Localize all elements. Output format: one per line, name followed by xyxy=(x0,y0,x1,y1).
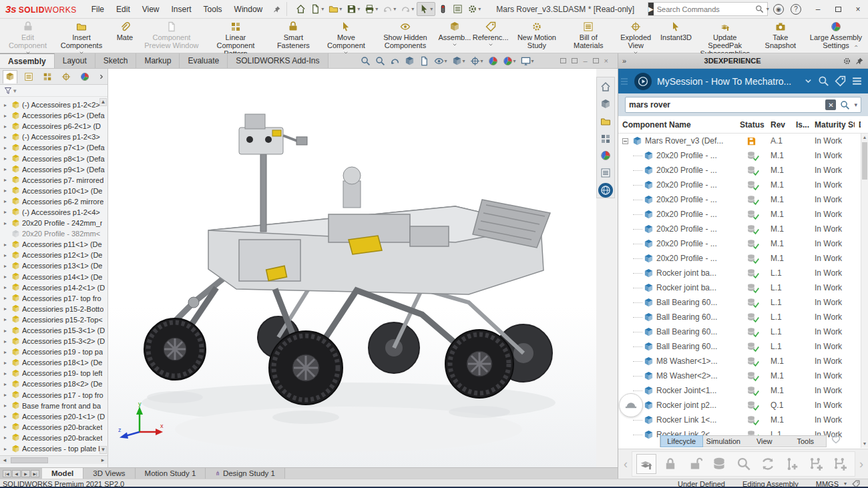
expand-arrow-icon[interactable]: ▸ xyxy=(4,446,11,452)
ribbon-button[interactable]: Move Component xyxy=(319,19,373,53)
command-tab[interactable]: Sketch xyxy=(95,53,137,68)
dropdown-arrow-icon[interactable]: ▾ xyxy=(478,6,481,12)
ribbon-button[interactable]: Edit Component xyxy=(3,19,53,53)
expand-arrow-icon[interactable]: ▸ xyxy=(4,242,11,248)
table-row[interactable]: 20x20 Profile - ... M.1 In Work xyxy=(618,222,861,236)
table-row[interactable]: M8 Washer<2>... M.1 In Work xyxy=(618,369,861,383)
tree-item[interactable]: ▸ (-) Accessoires p1-2<4> xyxy=(0,207,107,218)
scrollbar-thumb[interactable] xyxy=(11,457,48,463)
3dexperience-compass-icon[interactable] xyxy=(634,73,652,90)
units-dropdown-icon[interactable]: ▾ xyxy=(844,481,847,487)
table-row[interactable]: 20x20 Profile - ... M.1 In Work xyxy=(618,207,861,222)
scroll-left-icon[interactable]: ◂ xyxy=(0,457,9,463)
last-tab-icon[interactable]: ▶| xyxy=(31,470,39,477)
quick-access-button[interactable]: ▾ xyxy=(465,3,483,15)
tree-item[interactable]: ▸ Accessories p8<1> (Defa xyxy=(0,153,107,164)
menu-item[interactable]: Edit xyxy=(111,2,136,17)
tree-item[interactable]: ▸ Accessories p20-bracket xyxy=(0,433,107,443)
headsup-button[interactable] xyxy=(488,56,498,66)
table-row[interactable]: Ball Bearing 60... L.1 In Work xyxy=(618,324,861,339)
quick-access-button[interactable]: ▾ xyxy=(327,3,344,15)
expand-arrow-icon[interactable]: ▸ xyxy=(4,145,11,151)
expand-arrow-icon[interactable]: ▸ xyxy=(4,156,11,162)
first-tab-icon[interactable]: |◀ xyxy=(3,470,11,477)
ribbon-button[interactable]: Component Preview Window xyxy=(140,19,204,53)
ribbon-button[interactable]: Assemb... xyxy=(437,19,472,53)
document-tab[interactable]: ⋔ Design Study 1 xyxy=(206,468,285,479)
toolbar-button[interactable] xyxy=(758,454,778,474)
expand-arrow-icon[interactable]: ▸ xyxy=(4,134,11,140)
manager-tab[interactable] xyxy=(3,70,17,83)
col-component-name[interactable]: Component Name xyxy=(618,120,736,130)
scroll-down-icon[interactable]: ▼ xyxy=(861,440,868,448)
headsup-button[interactable]: ▾ xyxy=(452,56,465,66)
command-tab[interactable]: Assembly xyxy=(0,53,55,68)
headsup-button[interactable] xyxy=(419,56,429,66)
tree-item[interactable]: ▸ Accessories p7- mirrored xyxy=(0,175,107,186)
headsup-button[interactable]: ▾ xyxy=(503,56,516,66)
expand-arrow-icon[interactable]: ▸ xyxy=(4,381,11,387)
expand-arrow-icon[interactable]: ▸ xyxy=(4,371,11,377)
expand-arrow-icon[interactable]: ▸ xyxy=(4,424,11,430)
close-button[interactable]: × xyxy=(848,5,868,14)
task-pane-tab[interactable] xyxy=(598,114,613,129)
expand-arrow-icon[interactable]: ▸ xyxy=(4,274,11,280)
doc-close-button[interactable]: × xyxy=(604,57,608,65)
favorite-heart-icon[interactable] xyxy=(831,434,841,445)
expand-arrow-icon[interactable]: ▸ xyxy=(4,263,11,269)
quick-access-button[interactable]: ▾ xyxy=(363,3,380,15)
task-pane-tab[interactable] xyxy=(598,132,613,146)
dropdown-arrow-icon[interactable]: ▾ xyxy=(531,58,534,64)
headsup-button[interactable] xyxy=(375,56,385,66)
quick-access-button[interactable] xyxy=(436,3,450,15)
tag-icon[interactable] xyxy=(835,75,846,87)
table-row[interactable]: Ball Bearing 60... L.1 In Work xyxy=(618,295,861,310)
headsup-button[interactable] xyxy=(390,56,400,66)
tree-item[interactable]: ▸ Accessories p7<1> (Defa xyxy=(0,142,107,153)
pin-menu-icon[interactable] xyxy=(273,5,281,13)
dropdown-arrow-icon[interactable]: ▾ xyxy=(445,58,447,64)
headsup-button[interactable] xyxy=(405,56,415,66)
dropdown-arrow-icon[interactable]: ▾ xyxy=(375,6,378,12)
manager-tab[interactable] xyxy=(59,70,73,83)
document-tab[interactable]: 3D Views xyxy=(83,468,135,479)
expand-arrow-icon[interactable]: ▸ xyxy=(4,188,11,194)
dropdown-arrow-icon[interactable] xyxy=(488,42,493,47)
tree-horizontal-scrollbar[interactable]: ◂ ▸ xyxy=(0,455,107,464)
expand-arrow-icon[interactable]: ▸ xyxy=(4,198,11,204)
col-maturity-state[interactable]: Maturity State xyxy=(811,120,855,130)
restore-button[interactable] xyxy=(828,5,848,14)
dropdown-arrow-icon[interactable]: ▾ xyxy=(339,6,342,12)
command-tab[interactable]: Evaluate xyxy=(180,53,228,68)
ribbon-button[interactable]: Insert Components xyxy=(53,19,110,53)
quick-access-button[interactable]: ▾ xyxy=(345,3,362,15)
table-row[interactable]: Rocker Link 1<... M.1 In Work xyxy=(618,413,861,427)
prev-tab-icon[interactable]: ◀ xyxy=(12,470,21,477)
manager-tab[interactable] xyxy=(21,70,36,83)
task-pane-tab[interactable] xyxy=(598,166,613,180)
document-tab[interactable]: Model xyxy=(42,468,83,479)
toolbar-scroll-left-icon[interactable]: ‹ xyxy=(620,457,632,471)
table-row[interactable]: 20x20 Profile - ... M.1 In Work xyxy=(618,251,861,266)
ribbon-button[interactable]: New Motion Study xyxy=(509,19,564,53)
component-search-box[interactable]: ✕ ▾ xyxy=(625,97,861,113)
session-title[interactable]: MySession - How To Mechatro... xyxy=(657,76,799,87)
expand-arrow-icon[interactable]: ▸ xyxy=(4,306,11,312)
tree-item[interactable]: ▸ Accessories p18<1> (De xyxy=(0,357,107,368)
tree-item[interactable]: ▸ Accessories p14-2<1> (D xyxy=(0,282,107,293)
dropdown-arrow-icon[interactable]: ▾ xyxy=(481,58,483,64)
clear-search-icon[interactable]: ✕ xyxy=(825,99,836,110)
next-tab-icon[interactable]: ▶ xyxy=(21,470,30,477)
dropdown-arrow-icon[interactable]: ▾ xyxy=(430,6,433,12)
headsup-button[interactable]: ▾ xyxy=(434,56,447,66)
tree-item[interactable]: ▸ Accessories p19 - top pa xyxy=(0,346,107,357)
col-rev[interactable]: Rev xyxy=(767,120,792,130)
hamburger-menu-icon[interactable] xyxy=(851,75,863,87)
tree-item[interactable]: ▸ Accessories p12<1> (De xyxy=(0,250,107,260)
toolbar-button[interactable] xyxy=(709,454,729,474)
expand-arrow-icon[interactable]: ▸ xyxy=(4,102,11,108)
ribbon-button[interactable]: Smart Fasteners xyxy=(268,19,319,53)
col-status[interactable]: Status xyxy=(736,120,767,130)
panel-options-gear-icon[interactable] xyxy=(843,57,851,65)
scroll-up-icon[interactable]: ▲ xyxy=(861,134,868,142)
